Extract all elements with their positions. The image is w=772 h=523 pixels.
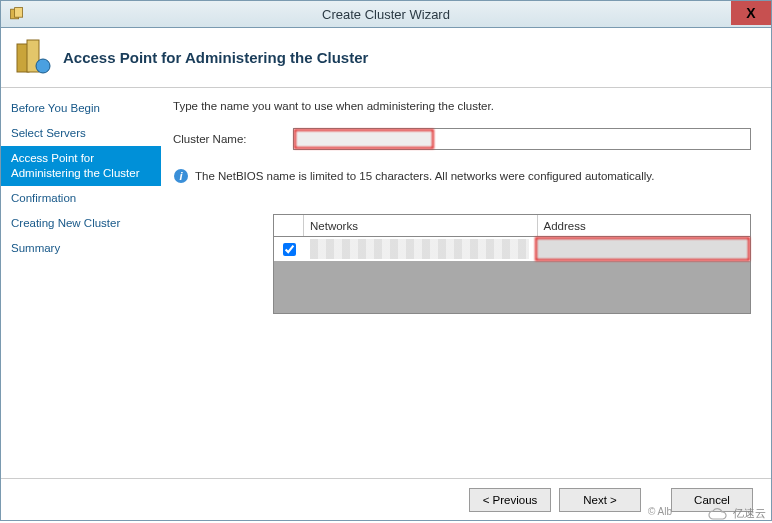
previous-button[interactable]: < Previous bbox=[469, 488, 551, 512]
svg-rect-1 bbox=[15, 8, 23, 18]
wizard-icon bbox=[7, 4, 27, 24]
header-panel: Access Point for Administering the Clust… bbox=[1, 28, 771, 88]
window-title: Create Cluster Wizard bbox=[1, 7, 771, 22]
sidebar-item-select-servers[interactable]: Select Servers bbox=[1, 121, 161, 146]
network-cell bbox=[304, 237, 535, 261]
close-button[interactable]: X bbox=[731, 1, 771, 25]
column-header-networks: Networks bbox=[304, 215, 538, 236]
cluster-name-field-wrap bbox=[293, 128, 751, 150]
sidebar-item-creating-new-cluster[interactable]: Creating New Cluster bbox=[1, 211, 161, 236]
network-row-checkbox[interactable] bbox=[283, 243, 296, 256]
close-icon: X bbox=[746, 5, 755, 21]
button-bar: < Previous Next > Cancel bbox=[1, 478, 771, 520]
column-header-address: Address bbox=[538, 215, 750, 236]
networks-table: Networks Address bbox=[273, 214, 751, 314]
netbios-info-row: i The NetBIOS name is limited to 15 char… bbox=[173, 168, 751, 184]
sidebar-item-summary[interactable]: Summary bbox=[1, 236, 161, 261]
sidebar-item-before-you-begin[interactable]: Before You Begin bbox=[1, 96, 161, 121]
cluster-name-row: Cluster Name: bbox=[173, 128, 751, 150]
address-cell[interactable] bbox=[535, 237, 750, 261]
main-panel: Type the name you want to use when admin… bbox=[161, 88, 771, 478]
row-checkbox-cell bbox=[274, 237, 304, 261]
svg-point-4 bbox=[36, 59, 50, 73]
sidebar-item-access-point[interactable]: Access Point for Administering the Clust… bbox=[1, 146, 161, 186]
column-header-checkbox bbox=[274, 215, 304, 236]
table-row bbox=[274, 237, 750, 261]
info-icon: i bbox=[173, 168, 189, 184]
cancel-button[interactable]: Cancel bbox=[671, 488, 753, 512]
next-button[interactable]: Next > bbox=[559, 488, 641, 512]
netbios-info-text: The NetBIOS name is limited to 15 charac… bbox=[195, 170, 654, 182]
cluster-name-label: Cluster Name: bbox=[173, 133, 293, 145]
cluster-name-redacted bbox=[294, 129, 434, 149]
table-header: Networks Address bbox=[274, 215, 750, 237]
cluster-name-input[interactable] bbox=[434, 129, 750, 149]
sidebar-item-confirmation[interactable]: Confirmation bbox=[1, 186, 161, 211]
cluster-header-icon bbox=[13, 38, 53, 78]
instruction-text: Type the name you want to use when admin… bbox=[173, 100, 751, 112]
titlebar: Create Cluster Wizard X bbox=[0, 0, 772, 28]
wizard-sidebar: Before You Begin Select Servers Access P… bbox=[1, 88, 161, 478]
network-redacted bbox=[310, 239, 529, 259]
wizard-body: Access Point for Administering the Clust… bbox=[0, 28, 772, 521]
content-area: Before You Begin Select Servers Access P… bbox=[1, 88, 771, 478]
page-title: Access Point for Administering the Clust… bbox=[63, 49, 368, 66]
